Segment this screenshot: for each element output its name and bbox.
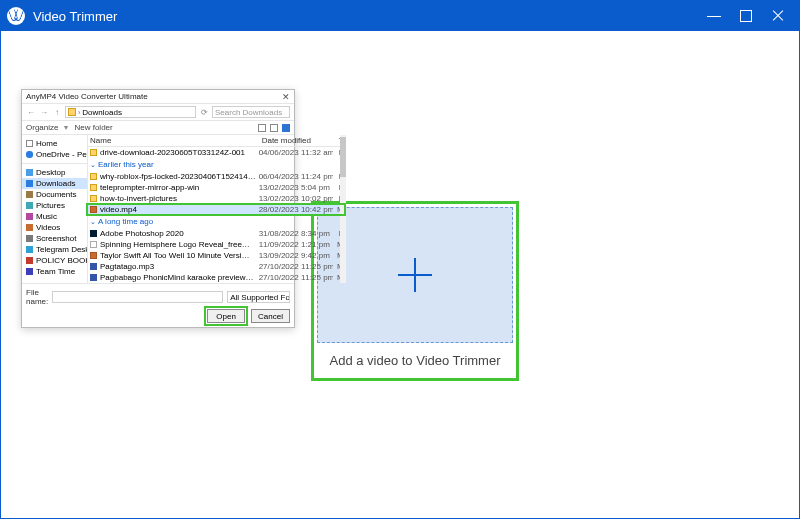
tree-item[interactable]: Music (22, 211, 87, 222)
col-name[interactable]: Name (90, 136, 262, 145)
tree-item-label: Telegram Desk… (36, 245, 87, 254)
file-row[interactable]: Spinning Hemisphere Logo Reveal_free…11/… (88, 239, 346, 250)
view-list-icon[interactable] (258, 124, 266, 132)
new-folder-button[interactable]: New folder (74, 123, 112, 132)
nav-up-icon[interactable]: ↑ (52, 107, 62, 117)
tree-item-label: Documents (36, 190, 76, 199)
file-name: drive-download-20230605T033124Z-001 (100, 148, 256, 157)
file-date: 27/10/2022 11:25 pm (259, 273, 333, 282)
app-body: Add a video to Video Trimmer AnyMP4 Vide… (1, 31, 799, 518)
file-name: Spinning Hemisphere Logo Reveal_free… (100, 240, 256, 249)
file-date: 06/04/2023 11:24 pm (259, 172, 333, 181)
address-bar[interactable]: › Downloads (65, 106, 196, 118)
file-row[interactable]: drive-download-20230605T033124Z-00104/06… (88, 147, 346, 158)
help-icon[interactable] (282, 124, 290, 132)
dropzone-label: Add a video to Video Trimmer (317, 353, 513, 368)
file-row[interactable]: Adobe Photoshop 202031/08/2022 8:34 pmF (88, 228, 346, 239)
file-group-header[interactable]: ⌄Earlier this year (88, 158, 346, 171)
tree-item[interactable]: Desktop (22, 167, 87, 178)
search-placeholder: Search Downloads (215, 108, 282, 117)
tree-item[interactable]: Downloads (22, 178, 87, 189)
close-icon[interactable] (771, 9, 785, 23)
file-date: 27/10/2022 11:25 pm (259, 262, 333, 271)
app-logo-icon (7, 7, 25, 25)
tree-item[interactable]: Home (22, 138, 87, 149)
file-date: 13/09/2022 9:42 pm (259, 251, 333, 260)
file-list-scrollbar[interactable] (340, 135, 346, 283)
chevron-right-icon: › (78, 109, 80, 116)
cancel-button[interactable]: Cancel (251, 309, 290, 323)
plus-icon (398, 258, 432, 292)
file-icon (90, 206, 97, 213)
file-icon (90, 230, 97, 237)
tree-item-label: Home (36, 139, 57, 148)
t-vid-icon (26, 224, 33, 231)
file-icon (90, 241, 97, 248)
file-name: teleprompter-mirror-app-win (100, 183, 256, 192)
file-list-header: Name Date modified T (88, 135, 346, 147)
tree-item[interactable]: POLICY BOOKL… (22, 255, 87, 266)
t-mus-icon (26, 213, 33, 220)
tree-item-label: POLICY BOOKL… (36, 256, 87, 265)
tree-item[interactable]: OneDrive - Pers… (22, 149, 87, 160)
file-date: 31/08/2022 8:34 pm (259, 229, 333, 238)
file-list[interactable]: Name Date modified T drive-download-2023… (88, 135, 346, 283)
tree-item[interactable]: Screenshot (22, 233, 87, 244)
filetype-filter-label: All Supported Formats (*.ts;*.m… (230, 293, 290, 302)
maximize-icon[interactable] (739, 9, 753, 23)
search-input[interactable]: Search Downloads (212, 106, 290, 118)
file-date: 13/02/2023 5:04 pm (259, 183, 333, 192)
tree-item-label: Screenshot (36, 234, 76, 243)
tree-item-label: Videos (36, 223, 60, 232)
t-doc-icon (26, 191, 33, 198)
view-details-icon[interactable] (270, 124, 278, 132)
filetype-filter[interactable]: All Supported Formats (*.ts;*.m… (227, 291, 290, 303)
file-name: Taylor Swift All Too Well 10 Minute Vers… (100, 251, 256, 260)
file-name: video.mp4 (100, 205, 256, 214)
file-row[interactable]: Taylor Swift All Too Well 10 Minute Vers… (88, 250, 346, 261)
app-title: Video Trimmer (33, 9, 707, 24)
file-row[interactable]: how-to-invert-pictures13/02/2023 10:02 p… (88, 193, 346, 204)
file-row[interactable]: Pagtatago.mp327/10/2022 11:25 pmM (88, 261, 346, 272)
filename-label: File name: (26, 288, 48, 306)
nav-forward-icon[interactable]: → (39, 107, 49, 117)
nav-back-icon[interactable]: ← (26, 107, 36, 117)
open-button[interactable]: Open (207, 309, 245, 323)
file-row[interactable]: video.mp428/02/2023 10:42 pmM (88, 204, 346, 215)
tree-item[interactable]: Team Time (22, 266, 87, 277)
filename-input[interactable] (52, 291, 223, 303)
titlebar: Video Trimmer (1, 1, 799, 31)
file-icon (90, 173, 97, 180)
dialog-toolbar: Organize ▾ New folder (22, 121, 294, 135)
tree-item[interactable]: Videos (22, 222, 87, 233)
file-icon (90, 252, 97, 259)
dialog-close-icon[interactable]: ✕ (282, 92, 290, 102)
file-group-header[interactable]: ⌄A long time ago (88, 215, 346, 228)
file-date: 28/02/2023 10:42 pm (259, 205, 333, 214)
file-row[interactable]: Pagbabago PhonicMind karaoke preview…27/… (88, 272, 346, 283)
minimize-icon[interactable] (707, 9, 721, 23)
t-down-icon (26, 180, 33, 187)
refresh-icon[interactable]: ⟳ (199, 107, 209, 117)
file-date: 13/02/2023 10:02 pm (259, 194, 333, 203)
add-video-dropzone[interactable] (317, 207, 513, 343)
file-row[interactable]: why-roblox-fps-locked-20230406T152414…06… (88, 171, 346, 182)
t-cloud-icon (26, 151, 33, 158)
chevron-down-icon: ⌄ (90, 218, 96, 226)
app-window: Video Trimmer Add a video to Video Trimm… (0, 0, 800, 519)
tree-item-label: Downloads (36, 179, 76, 188)
tree-item-label: Music (36, 212, 57, 221)
folder-tree[interactable]: HomeOneDrive - Pers…DesktopDownloadsDocu… (22, 135, 88, 283)
col-date[interactable]: Date modified (262, 136, 336, 145)
t-pdf-icon (26, 257, 33, 264)
t-shot-icon (26, 235, 33, 242)
organize-menu[interactable]: Organize (26, 123, 58, 132)
tree-item[interactable]: Telegram Desk… (22, 244, 87, 255)
dialog-titlebar: AnyMP4 Video Converter Ultimate ✕ (22, 90, 294, 104)
tree-item[interactable]: Documents (22, 189, 87, 200)
file-row[interactable]: teleprompter-mirror-app-win13/02/2023 5:… (88, 182, 346, 193)
file-group-title: Earlier this year (98, 160, 154, 169)
file-icon (90, 263, 97, 270)
tree-item[interactable]: Pictures (22, 200, 87, 211)
file-icon (90, 195, 97, 202)
